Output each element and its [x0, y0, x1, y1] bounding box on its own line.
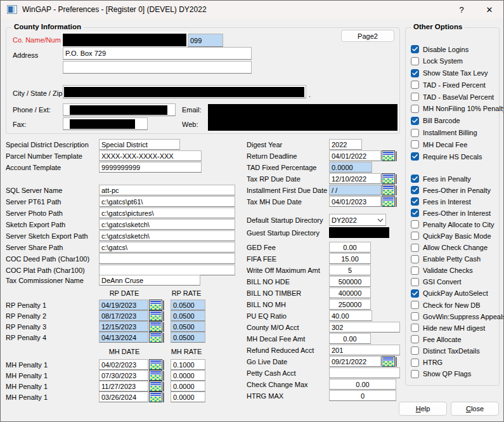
tad-fixed-percentage-field[interactable]: 0.0000 — [329, 162, 372, 173]
page2-button[interactable]: Page2 — [341, 30, 394, 42]
sketch-export-path-field[interactable]: c:\gatcs\sketch\ — [99, 219, 235, 230]
window-close-button[interactable]: ✕ — [475, 1, 503, 18]
rp-rate-1-field[interactable]: 0.0500 — [171, 300, 205, 310]
calendar-icon[interactable] — [382, 356, 397, 367]
checkbox-quickpay-basic-mode[interactable]: QuickPay Basic Mode — [411, 232, 504, 240]
calendar-icon[interactable] — [149, 332, 165, 343]
rp-rate-3-field[interactable]: 0.0500 — [171, 321, 205, 332]
calendar-icon[interactable] — [382, 196, 397, 207]
checkbox-gsi-convert[interactable]: GSI Convert — [411, 278, 504, 286]
account-template-field[interactable]: 9999999999 — [99, 162, 202, 173]
address-line1-field[interactable]: P.O. Box 729 — [63, 47, 252, 60]
special-district-description-field[interactable]: Special District — [99, 139, 180, 150]
checkbox-distinct-taxdetails[interactable]: Distinct TaxDetails — [411, 346, 504, 355]
mh-decal-fee-amt-field[interactable]: 0.00 — [329, 333, 371, 344]
tax-mh-due-date-field[interactable]: 04/01/2023 — [329, 196, 381, 207]
mh-date-4-field[interactable]: 03/26/2024 — [99, 392, 148, 402]
co-name-field-redacted[interactable] — [61, 32, 188, 48]
bill-no-timber-field[interactable]: 400000 — [329, 287, 371, 298]
calendar-icon[interactable] — [149, 321, 165, 332]
address-line2-field[interactable] — [63, 61, 252, 74]
window-help-button[interactable]: ? — [448, 1, 475, 18]
calendar-icon[interactable] — [149, 300, 165, 310]
checkbox-fee-allocate[interactable]: Fee Allocate — [411, 335, 504, 343]
checkbox-fees-other-in-interest[interactable]: Fees-Other in Interest — [411, 209, 504, 217]
checkbox-lock-system[interactable]: Lock System — [411, 57, 504, 65]
checkbox-mh-nonfiling-10-penalty[interactable]: MH NonFiling 10% Penalty — [411, 105, 504, 113]
write-off-maximum-amt-field[interactable]: 5 — [329, 265, 371, 275]
checkbox-htrg[interactable]: HTRG — [411, 359, 504, 367]
calendar-icon[interactable] — [149, 359, 165, 370]
go-live-date-field[interactable]: 09/21/2022 — [329, 356, 381, 367]
check-change-max-field[interactable]: 0.00 — [329, 379, 396, 390]
petty-cash-acct-field[interactable] — [329, 367, 400, 378]
sql-server-name-field[interactable]: att-pc — [99, 185, 235, 195]
checkbox-disable-logins[interactable]: Disable Logins — [411, 45, 504, 53]
calendar-icon[interactable] — [382, 185, 397, 195]
digest-year-field[interactable]: 2022 — [329, 139, 362, 150]
checkbox-hide-new-mh-digest[interactable]: Hide new MH digest — [411, 324, 504, 332]
mh-rate-3-field[interactable]: 0.0000 — [171, 381, 205, 392]
rp-rate-4-field[interactable]: 0.0500 — [171, 332, 205, 343]
mh-rate-1-field[interactable]: 0.1000 — [171, 359, 205, 370]
guest-startup-directory-field-redacted[interactable] — [329, 227, 389, 238]
rp-date-2-field[interactable]: 08/17/2023 — [99, 310, 148, 321]
rp-rate-2-field[interactable]: 0.0500 — [171, 310, 205, 321]
return-deadline-field[interactable]: 04/01/2022 — [329, 150, 381, 161]
bill-no-mh-field[interactable]: 250000 — [329, 299, 371, 310]
checkbox-require-hs-decals[interactable]: Require HS Decals — [411, 152, 504, 161]
checkbox-show-qp-flags[interactable]: Show QP Flags — [411, 370, 504, 378]
mh-date-3-field[interactable]: 11/27/2023 — [99, 381, 148, 392]
coc-plat-path-field[interactable] — [99, 265, 235, 275]
co-num-field[interactable]: 099 — [188, 34, 223, 47]
checkbox-fees-in-interest[interactable]: Fees in Interest — [411, 197, 504, 206]
checkbox-tad-baseval-percent[interactable]: TAD - BaseVal Percent — [411, 93, 504, 101]
checkbox-installment-billing[interactable]: Installment Billing — [411, 129, 504, 137]
refund-reduced-acct-field[interactable]: 201 — [329, 345, 400, 355]
help-button[interactable]: Help — [399, 402, 447, 416]
checkbox-check-for-new-db[interactable]: Check for New DB — [411, 301, 504, 309]
checkbox-quickpay-autoselect[interactable]: QuickPay AutoSelect — [411, 289, 504, 298]
checkbox-govwin-suppress-appeals[interactable]: GovWin:Suppress Appeals — [411, 312, 504, 320]
mh-rate-2-field[interactable]: 0.0000 — [171, 370, 205, 381]
calendar-icon[interactable] — [149, 370, 165, 381]
checkbox-show-state-tax-levy[interactable]: Show State Tax Levy — [411, 69, 504, 77]
server-photo-path-field[interactable]: c:\gatcs\pictures\ — [99, 208, 235, 218]
parcel-number-template-field[interactable]: XXXX-XXX-XXXX-XXX — [99, 150, 202, 161]
htrg-max-field[interactable]: 0 — [329, 390, 396, 401]
mh-date-1-field[interactable]: 04/02/2023 — [99, 359, 148, 370]
checkbox-allow-check-change[interactable]: Allow Check Change — [411, 244, 504, 252]
rp-date-4-field[interactable]: 04/13/2024 — [99, 332, 148, 343]
checkbox-enable-petty-cash[interactable]: Enable Petty Cash — [411, 255, 504, 263]
rp-date-3-field[interactable]: 12/15/2023 — [99, 321, 148, 332]
server-share-path-field[interactable]: c:\gatcs\ — [99, 242, 235, 253]
fifa-fee-field[interactable]: 15.00 — [329, 253, 371, 264]
checkbox-validate-checks[interactable]: Validate Checks — [411, 267, 504, 275]
server-sketch-export-path-field[interactable]: c:\gatcs\sketch\ — [99, 230, 235, 241]
email-web-redacted[interactable] — [208, 104, 397, 131]
tax-rp-due-date-field[interactable]: 12/10/2022 — [329, 173, 381, 184]
close-button[interactable]: Close — [451, 402, 499, 416]
checkbox-bill-barcode[interactable]: Bill Barcode — [411, 117, 504, 125]
checkbox-fees-in-penalty[interactable]: Fees in Penalty — [411, 175, 504, 183]
calendar-icon[interactable] — [149, 392, 165, 402]
county-mo-acct-field[interactable]: 302 — [329, 322, 400, 333]
mh-rate-4-field[interactable]: 0.0000 — [171, 392, 205, 402]
checkbox-fees-other-in-penalty[interactable]: Fees-Other in Penalty — [411, 186, 504, 194]
pu-eq-ratio-field[interactable]: 40.00 — [329, 310, 372, 321]
calendar-icon[interactable] — [382, 150, 397, 161]
bill-no-hde-field[interactable]: 500000 — [329, 276, 371, 287]
installment-first-due-date-field[interactable]: / / — [329, 185, 381, 195]
coc-deed-path-field[interactable] — [99, 253, 235, 264]
calendar-icon[interactable] — [382, 173, 397, 184]
calendar-icon[interactable] — [149, 310, 165, 321]
calendar-icon[interactable] — [149, 381, 165, 392]
server-pt61-path-field[interactable]: c:\gatcs\pt61\ — [99, 196, 235, 207]
checkbox-mh-decal-fee[interactable]: MH Decal Fee — [411, 140, 504, 148]
rp-date-1-field[interactable]: 04/19/2023 — [99, 300, 148, 310]
ged-fee-field[interactable]: 0.00 — [329, 242, 371, 253]
mh-date-2-field[interactable]: 07/30/2023 — [99, 370, 148, 381]
checkbox-penalty-allocate-to-city[interactable]: Penalty Allocate to City — [411, 220, 504, 228]
default-startup-directory-dropdown[interactable]: DY2022 — [329, 214, 386, 226]
tax-commissioner-name-field[interactable]: DeAnn Cruse — [99, 275, 200, 286]
